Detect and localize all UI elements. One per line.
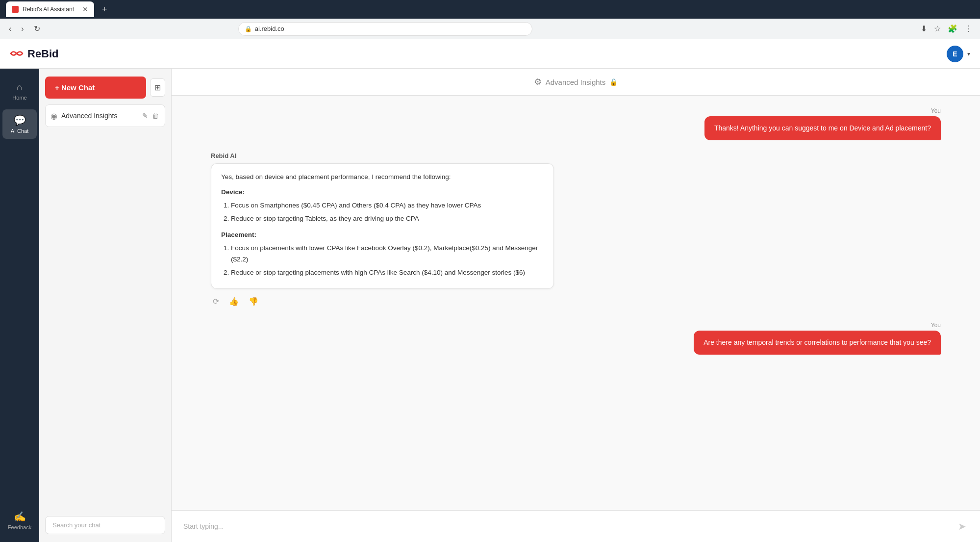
search-chat-input[interactable] (45, 516, 165, 534)
svg-point-0 (13, 7, 18, 12)
logo-text: ReBid (27, 48, 59, 60)
new-chat-row: + New Chat ⊞ (45, 77, 165, 99)
sidebar-home-label: Home (12, 95, 26, 101)
placement-section-title: Placement: (221, 230, 544, 241)
layout-toggle-button[interactable]: ⊞ (150, 78, 165, 97)
ai-intro: Yes, based on device and placement perfo… (221, 172, 544, 183)
user-message-1: You Thanks! Anything you can suggest to … (211, 107, 941, 140)
user-label-2: You (931, 322, 941, 329)
sidebar-ai-chat-label: AI Chat (11, 128, 29, 134)
chat-list-actions: ✎ 🗑 (141, 111, 160, 121)
ai-label-1: Rebid AI (211, 152, 941, 159)
user-avatar[interactable]: E (947, 46, 963, 62)
browser-chrome: Rebid's AI Assistant ✕ + (0, 0, 980, 19)
send-button[interactable]: ➤ (956, 518, 968, 534)
tab-close-btn[interactable]: ✕ (82, 5, 88, 13)
new-tab-button[interactable]: + (98, 4, 111, 15)
nav-actions: ⬇ ☆ 🧩 ⋮ (919, 22, 974, 35)
main-content: ⌂ Home 💬 AI Chat ✍ Feedback + New Chat ⊞ (0, 69, 980, 542)
ai-section-placement: Placement: Focus on placements with lowe… (221, 230, 544, 279)
ai-bubble-1: Yes, based on device and placement perfo… (211, 163, 554, 289)
address-text: ai.rebid.co (255, 25, 284, 32)
device-item-2: Reduce or stop targeting Tablets, as the… (231, 213, 544, 225)
copy-btn[interactable]: ⟳ (211, 295, 221, 308)
chat-gear-icon: ⚙ (534, 77, 542, 87)
user-bubble-1: Thanks! Anything you can suggest to me o… (704, 116, 941, 140)
user-label-1: You (931, 107, 941, 114)
edit-chat-btn[interactable]: ✎ (141, 111, 149, 121)
address-bar[interactable]: 🔒 ai.rebid.co (238, 22, 532, 36)
device-item-1: Focus on Smartphones ($0.45 CPA) and Oth… (231, 200, 544, 211)
download-btn[interactable]: ⬇ (919, 22, 929, 35)
back-button[interactable]: ‹ (6, 23, 14, 35)
sidebar-item-ai-chat[interactable]: 💬 AI Chat (2, 109, 37, 139)
feedback-label: Feedback (8, 524, 31, 530)
app-header: ReBid E ▾ (0, 39, 980, 69)
ai-message-1: Rebid AI Yes, based on device and placem… (211, 152, 941, 310)
placement-item-1: Focus on placements with lower CPAs like… (231, 243, 544, 265)
chat-list-item-icon: ◉ (50, 111, 57, 121)
ai-chat-icon: 💬 (14, 114, 26, 126)
chat-lock-icon: 🔒 (609, 78, 618, 86)
new-chat-button[interactable]: + New Chat (45, 77, 146, 99)
device-list: Focus on Smartphones ($0.45 CPA) and Oth… (221, 200, 544, 225)
tab-favicon (12, 6, 19, 13)
chat-input[interactable] (183, 522, 950, 530)
placement-list: Focus on placements with lower CPAs like… (221, 243, 544, 279)
chat-main: ⚙ Advanced Insights 🔒 You Thanks! Anythi… (172, 69, 980, 542)
header-right: E ▾ (947, 46, 970, 62)
browser-nav: ‹ › ↻ 🔒 ai.rebid.co ⬇ ☆ 🧩 ⋮ (0, 19, 980, 39)
chat-header-title: ⚙ Advanced Insights 🔒 (534, 77, 618, 87)
home-icon: ⌂ (17, 81, 23, 93)
chat-title-text: Advanced Insights (546, 78, 606, 86)
browser-tab[interactable]: Rebid's AI Assistant ✕ (6, 1, 94, 17)
extension-btn[interactable]: 🧩 (946, 22, 959, 35)
app-logo: ReBid (10, 47, 59, 61)
chat-sidebar-bottom (45, 516, 165, 534)
chat-list-item-name: Advanced Insights (61, 112, 137, 120)
chat-list-item[interactable]: ◉ Advanced Insights ✎ 🗑 (45, 104, 165, 127)
tab-title: Rebid's AI Assistant (23, 6, 74, 13)
forward-button[interactable]: › (18, 23, 26, 35)
user-message-2: You Are there any temporal trends or cor… (211, 322, 941, 355)
thumbup-btn[interactable]: 👍 (227, 295, 241, 308)
chat-messages: You Thanks! Anything you can suggest to … (172, 96, 980, 510)
device-section-title: Device: (221, 187, 544, 198)
chat-header: ⚙ Advanced Insights 🔒 (172, 69, 980, 96)
reload-button[interactable]: ↻ (31, 22, 43, 35)
sidebar-item-home[interactable]: ⌂ Home (2, 77, 37, 105)
menu-btn[interactable]: ⋮ (962, 22, 974, 35)
thumbdown-btn[interactable]: 👎 (247, 295, 260, 308)
chat-input-area: ➤ (172, 510, 980, 542)
message-actions: ⟳ 👍 👎 (211, 293, 941, 310)
app-wrapper: ReBid E ▾ ⌂ Home 💬 AI Chat ✍ Feedback (0, 39, 980, 542)
feedback-icon: ✍ (14, 511, 26, 522)
user-bubble-2: Are there any temporal trends or correla… (694, 331, 941, 355)
placement-item-2: Reduce or stop targeting placements with… (231, 267, 544, 279)
dropdown-arrow[interactable]: ▾ (967, 51, 970, 57)
sidebar: ⌂ Home 💬 AI Chat ✍ Feedback (0, 69, 39, 542)
chat-sidebar: + New Chat ⊞ ◉ Advanced Insights ✎ 🗑 (39, 69, 172, 542)
sidebar-bottom: ✍ Feedback (2, 507, 37, 534)
sidebar-feedback[interactable]: ✍ Feedback (2, 507, 37, 534)
logo-icon (10, 47, 24, 61)
delete-chat-btn[interactable]: 🗑 (151, 111, 160, 121)
ai-section-device: Device: Focus on Smartphones ($0.45 CPA)… (221, 187, 544, 225)
bookmark-btn[interactable]: ☆ (932, 22, 943, 35)
